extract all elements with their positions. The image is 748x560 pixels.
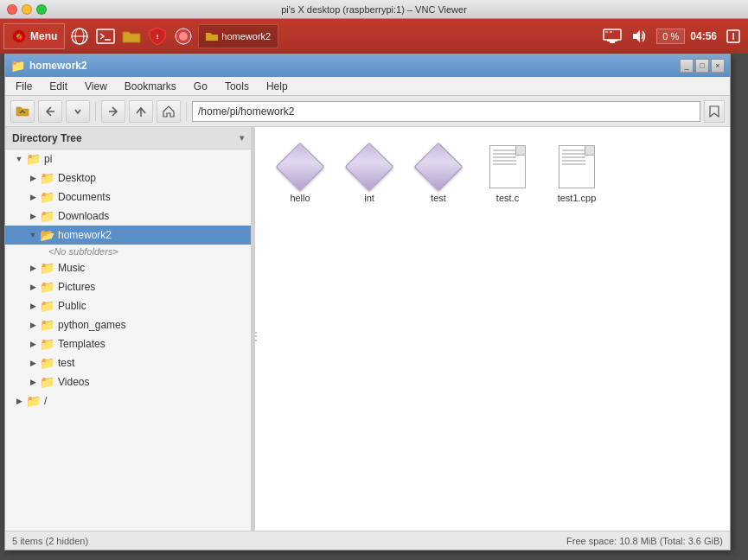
tree-expand-pi[interactable]: ▼ <box>12 152 26 166</box>
sidebar-resize-handle[interactable] <box>252 127 255 531</box>
taskbar-icon-files[interactable] <box>120 25 143 48</box>
menu-button[interactable]: 🍓 Menu <box>3 23 65 49</box>
tree-expand-videos[interactable]: ▶ <box>26 375 40 389</box>
toolbar-forward-button[interactable] <box>101 100 125 123</box>
battery-display: 0 % <box>656 29 685 44</box>
address-bar[interactable]: /home/pi/homework2 <box>192 101 700 122</box>
taskbar-logout-icon[interactable] <box>722 25 745 48</box>
tree-label-python-games: python_games <box>58 319 126 331</box>
raspberry-icon: 🍓 <box>11 29 27 44</box>
taskbar-icon-globe[interactable] <box>68 25 91 48</box>
tree-item-music[interactable]: ▶ 📁 Music <box>5 258 251 277</box>
tree-label-desktop: Desktop <box>58 172 96 184</box>
toolbar-separator-1 <box>95 102 96 121</box>
file-icon-hello <box>278 144 323 189</box>
chevron-down-icon <box>74 108 81 115</box>
file-item-test1cpp[interactable]: test1.cpp <box>546 141 608 207</box>
fm-restore-button[interactable]: □ <box>695 59 709 73</box>
tree-item-videos[interactable]: ▶ 📁 Videos <box>5 372 251 391</box>
file-label-hello: hello <box>290 193 310 204</box>
tree-label-documents: Documents <box>58 191 111 203</box>
tree-expand-test-folder[interactable]: ▶ <box>26 356 40 370</box>
taskbar-volume-icon[interactable] <box>629 25 651 48</box>
svg-rect-11 <box>607 40 617 41</box>
fm-menubar: File Edit View Bookmarks Go Tools Help <box>5 77 730 96</box>
fm-close-button[interactable]: × <box>711 59 725 73</box>
toolbar-up-folder-button[interactable] <box>10 100 35 123</box>
tree-item-pi[interactable]: ▼ 📁 pi <box>5 150 251 169</box>
file-icon-int <box>347 144 392 189</box>
tree-item-documents[interactable]: ▶ 📁 Documents <box>5 188 251 207</box>
file-manager-window: 📁 homework2 _ □ × File Edit View Bookmar… <box>4 54 731 550</box>
vnc-maximize-button[interactable] <box>36 4 47 15</box>
terminal-icon <box>96 27 115 46</box>
vnc-close-button[interactable] <box>7 4 17 15</box>
fm-main-content: Directory Tree ▾ ▼ 📁 pi ▶ 📁 Desktop ▶ 📁 … <box>5 127 730 531</box>
file-item-testc[interactable]: test.c <box>476 141 539 207</box>
fm-title-area: 📁 homework2 <box>10 59 87 73</box>
tree-item-desktop[interactable]: ▶ 📁 Desktop <box>5 169 251 188</box>
menu-tools[interactable]: Tools <box>218 79 256 94</box>
menu-help[interactable]: Help <box>259 79 295 94</box>
tree-expand-root[interactable]: ▶ <box>12 394 26 408</box>
fm-titlebar: 📁 homework2 _ □ × <box>5 54 730 77</box>
tree-expand-public[interactable]: ▶ <box>26 299 40 313</box>
tree-item-templates[interactable]: ▶ 📁 Templates <box>5 334 251 353</box>
svg-rect-10 <box>604 29 621 40</box>
shield-icon: ! <box>149 27 166 46</box>
tree-expand-pictures[interactable]: ▶ <box>26 280 40 294</box>
tree-expand-templates[interactable]: ▶ <box>26 337 40 351</box>
menu-bookmarks[interactable]: Bookmarks <box>118 79 183 94</box>
toolbar-back-dropdown[interactable] <box>66 100 90 123</box>
folder-icon-test-folder: 📁 <box>40 356 54 370</box>
toolbar-up-button[interactable] <box>129 100 153 123</box>
taskbar-network-icon[interactable] <box>601 25 623 48</box>
toolbar-back-button[interactable] <box>38 100 62 123</box>
taskbar-active-window[interactable]: homework2 <box>198 24 278 48</box>
folder-icon-desktop: 📁 <box>40 171 54 185</box>
tree-item-public[interactable]: ▶ 📁 Public <box>5 296 251 315</box>
file-item-int[interactable]: int <box>338 141 400 207</box>
tree-item-pictures[interactable]: ▶ 📁 Pictures <box>5 277 251 296</box>
file-item-hello[interactable]: hello <box>269 141 331 207</box>
tree-expand-python-games[interactable]: ▶ <box>26 318 40 332</box>
tree-item-homework2[interactable]: ▼ 📂 homework2 <box>5 226 251 245</box>
menu-go[interactable]: Go <box>187 79 214 94</box>
menu-view[interactable]: View <box>78 79 114 94</box>
taskbar-icon-terminal[interactable] <box>94 25 117 48</box>
sidebar-collapse-button[interactable]: ▾ <box>240 133 244 143</box>
tree-item-test-folder[interactable]: ▶ 📁 test <box>5 353 251 372</box>
tree-expand-downloads[interactable]: ▶ <box>26 209 40 223</box>
taskbar-icon-browser[interactable] <box>172 25 195 48</box>
folder-up-icon <box>16 105 29 118</box>
tree-no-subfolder: <No subfolders> <box>5 245 251 258</box>
toolbar-home-button[interactable] <box>157 100 181 123</box>
tree-expand-music[interactable]: ▶ <box>26 261 40 275</box>
menu-file[interactable]: File <box>9 79 39 94</box>
tree-expand-documents[interactable]: ▶ <box>26 190 40 204</box>
svg-point-9 <box>179 32 188 41</box>
fm-toolbar: /home/pi/homework2 <box>5 96 730 127</box>
folder-small-icon <box>206 31 218 41</box>
tree-item-root[interactable]: ▶ 📁 / <box>5 391 251 410</box>
tree-label-root: / <box>44 395 47 407</box>
forward-arrow-icon <box>107 105 119 118</box>
tree-item-python-games[interactable]: ▶ 📁 python_games <box>5 315 251 334</box>
fm-minimize-button[interactable]: _ <box>680 59 694 73</box>
file-icon-test <box>416 144 461 189</box>
file-label-test: test <box>431 193 446 204</box>
file-label-testc: test.c <box>496 193 519 204</box>
folder-icon-public: 📁 <box>40 299 54 313</box>
file-item-test[interactable]: test <box>407 141 470 207</box>
tree-expand-homework2[interactable]: ▼ <box>26 228 40 242</box>
fm-title-icon: 📁 <box>10 59 25 73</box>
tree-label-pi: pi <box>44 153 52 165</box>
taskbar-icon-shield[interactable]: ! <box>146 25 169 48</box>
browser-icon <box>174 27 193 46</box>
tree-expand-desktop[interactable]: ▶ <box>26 171 40 185</box>
tree-item-downloads[interactable]: ▶ 📁 Downloads <box>5 207 251 226</box>
folder-icon-taskbar <box>122 29 141 44</box>
vnc-minimize-button[interactable] <box>22 4 32 15</box>
menu-edit[interactable]: Edit <box>42 79 74 94</box>
toolbar-bookmark-button[interactable] <box>704 100 725 123</box>
